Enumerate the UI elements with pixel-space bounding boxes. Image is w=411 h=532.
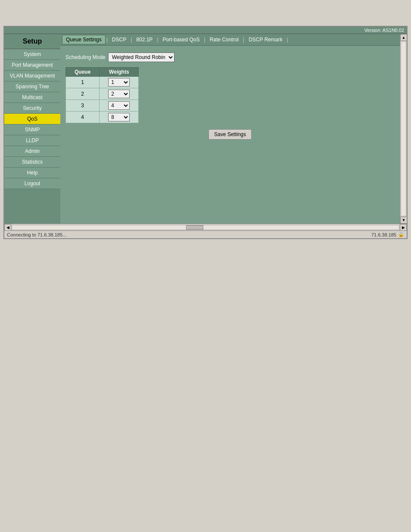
scheduling-mode-label: Scheduling Mode [65, 54, 106, 60]
sidebar: Setup System Port Management VLAN Manage… [4, 34, 60, 224]
weight-1-select[interactable]: 1248 [108, 78, 130, 87]
sidebar-item-spanning-tree[interactable]: Spanning Tree [4, 81, 60, 92]
sidebar-setup-label: Setup [4, 34, 60, 49]
queue-1-cell: 1 [66, 77, 100, 88]
col-weights-header: Weights [100, 68, 139, 77]
tab-sep-2: | [130, 37, 133, 43]
sidebar-item-statistics[interactable]: Statistics [4, 157, 60, 168]
tab-sep-3: | [156, 37, 159, 43]
h-scroll-track[interactable] [12, 225, 399, 230]
scroll-down-button[interactable]: ▼ [400, 217, 407, 224]
weight-3-select[interactable]: 1248 [108, 101, 130, 110]
weight-4-select[interactable]: 1248 [108, 113, 130, 121]
sidebar-item-vlan-management[interactable]: VLAN Management [4, 71, 60, 81]
scheduling-mode-row: Scheduling Mode Weighted Round Robin Str… [65, 53, 395, 62]
sidebar-item-security[interactable]: Security [4, 103, 60, 114]
content-body: Scheduling Mode Weighted Round Robin Str… [60, 46, 400, 224]
sidebar-item-snmp[interactable]: SNMP [4, 124, 60, 135]
tab-rate-control[interactable]: Rate Control [206, 35, 242, 44]
table-row: 1 1248 [66, 77, 139, 88]
table-row: 3 1248 [66, 100, 139, 112]
horizontal-scrollbar: ◀ ▶ [4, 224, 407, 230]
version-bar: Version: AS1N0.02 [4, 27, 407, 34]
weight-2-cell: 1248 [100, 88, 139, 100]
weight-3-cell: 1248 [100, 100, 139, 112]
save-settings-button[interactable]: Save Settings [209, 129, 252, 140]
tab-dscp[interactable]: DSCP [109, 35, 130, 44]
status-ip: 71.6.38.185 [371, 232, 396, 237]
tab-dscp-remark[interactable]: DSCP Remark [245, 35, 286, 44]
vertical-scrollbar: ▲ ▼ [400, 34, 407, 224]
tab-sep-6: | [286, 37, 289, 43]
scroll-left-button[interactable]: ◀ [4, 224, 11, 231]
sidebar-item-system[interactable]: System [4, 49, 60, 60]
status-bar: Connecting to 71.6.38.185... 71.6.38.185… [4, 230, 407, 238]
weight-4-cell: 1248 [100, 112, 139, 123]
queue-3-cell: 3 [66, 100, 100, 112]
queue-2-cell: 2 [66, 88, 100, 100]
content-area: Queue Settings | DSCP | 802.1P | Port-ba… [60, 34, 400, 224]
scroll-up-button[interactable]: ▲ [400, 34, 407, 41]
weight-2-select[interactable]: 1248 [108, 90, 130, 98]
sidebar-item-port-management[interactable]: Port Management [4, 60, 60, 71]
h-scroll-thumb[interactable] [186, 225, 203, 230]
sidebar-item-logout[interactable]: Logout [4, 178, 60, 189]
queue-4-cell: 4 [66, 112, 100, 123]
sidebar-item-help[interactable]: Help [4, 168, 60, 178]
sidebar-item-admin[interactable]: Admin [4, 146, 60, 157]
tab-bar: Queue Settings | DSCP | 802.1P | Port-ba… [60, 34, 400, 46]
scroll-track[interactable] [401, 41, 406, 216]
col-queue-header: Queue [66, 68, 100, 77]
tab-sep-4: | [203, 37, 206, 43]
sidebar-item-multicast[interactable]: Multicast [4, 92, 60, 103]
scheduling-mode-select[interactable]: Weighted Round Robin Strict Priority [108, 53, 174, 62]
sidebar-item-qos[interactable]: QoS [4, 114, 60, 124]
sidebar-item-lldp[interactable]: LLDP [4, 135, 60, 146]
weight-1-cell: 1248 [100, 77, 139, 88]
tab-sep-5: | [242, 37, 245, 43]
table-row: 2 1248 [66, 88, 139, 100]
queue-table: Queue Weights 1 1248 [65, 67, 139, 123]
status-right: 71.6.38.185 🔒 [371, 232, 404, 237]
tab-sep-1: | [106, 37, 109, 43]
tab-802-1p[interactable]: 802.1P [133, 35, 156, 44]
tab-queue-settings[interactable]: Queue Settings [62, 35, 106, 44]
status-left-text: Connecting to 71.6.38.185... [7, 232, 66, 237]
scroll-right-button[interactable]: ▶ [400, 224, 407, 231]
lock-icon: 🔒 [398, 232, 404, 237]
tab-port-based-qos[interactable]: Port-based QoS [159, 35, 203, 44]
table-row: 4 1248 [66, 112, 139, 123]
